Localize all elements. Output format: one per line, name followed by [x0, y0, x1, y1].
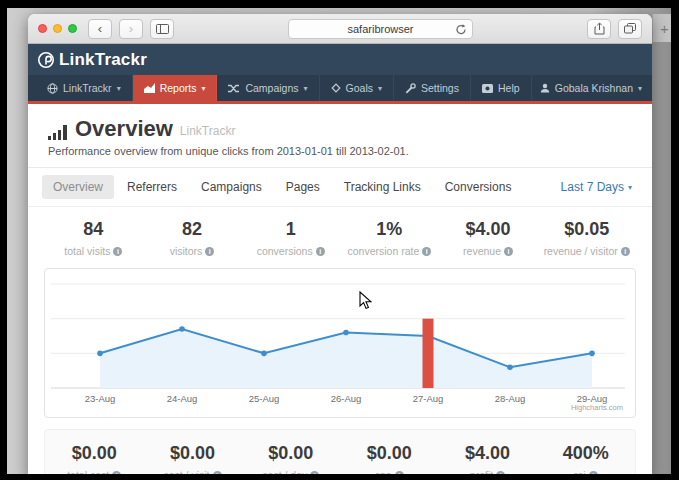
stat-label: cpai	[340, 469, 438, 474]
info-icon[interactable]: i	[589, 471, 598, 475]
browser-titlebar: ‹ › safaribrowser	[28, 14, 652, 44]
sidebar-toggle-button[interactable]	[150, 19, 174, 39]
stat-label-text: conversion rate	[347, 245, 419, 257]
nav-item-settings[interactable]: Settings	[394, 75, 471, 101]
chevron-down-icon: ▾	[304, 84, 308, 93]
new-tab-button[interactable]: +	[652, 14, 671, 42]
reload-icon[interactable]	[455, 23, 467, 36]
tab-pages[interactable]: Pages	[275, 175, 331, 199]
info-icon[interactable]: i	[422, 247, 431, 256]
page-header: Overview LinkTrackr Performance overview…	[28, 104, 652, 168]
tab-overview[interactable]: Overview	[42, 175, 114, 199]
stat-label-text: roi	[574, 469, 586, 474]
wrench-icon	[405, 83, 416, 94]
stat-label: conversionsi	[241, 245, 340, 257]
highcharts-credit: Highcharts.com	[571, 403, 623, 412]
main-nav-items: LinkTrackr▾Reports▾Campaigns▾Goals▾Setti…	[36, 75, 532, 101]
share-button[interactable]	[587, 19, 611, 39]
x-axis-label: 24-Aug	[167, 393, 198, 404]
data-point-26-aug[interactable]	[343, 330, 349, 336]
user-menu[interactable]: Gobala Krishnan ▾	[540, 75, 642, 101]
chart-panel[interactable]: 23-Aug24-Aug25-Aug26-Aug27-Aug28-Aug29-A…	[44, 268, 636, 418]
tab-tracking-links[interactable]: Tracking Links	[333, 175, 432, 199]
info-icon[interactable]: i	[395, 471, 404, 475]
stat-label-text: total visits	[64, 245, 110, 257]
zoom-window-button[interactable]	[68, 24, 77, 33]
stat-total-cost: $0.00total costi	[45, 443, 143, 474]
show-all-tabs-button[interactable]	[618, 19, 642, 39]
stat-label: cost / dayi	[242, 469, 340, 474]
data-point-28-aug[interactable]	[507, 364, 513, 370]
stat-label-text: profit	[470, 469, 493, 474]
highlight-column-27-aug[interactable]	[423, 319, 434, 388]
info-icon[interactable]: i	[316, 247, 325, 256]
nav-item-label: Help	[498, 82, 520, 94]
stat-roi: 400%roii	[537, 443, 635, 474]
stats-row-bottom: $0.00total costi$0.00cost / visiti$0.00c…	[44, 429, 636, 474]
info-icon[interactable]: i	[504, 247, 513, 256]
info-icon[interactable]: i	[112, 471, 121, 475]
info-icon[interactable]: i	[310, 471, 319, 475]
data-point-23-aug[interactable]	[97, 351, 103, 357]
mouse-cursor	[359, 291, 372, 310]
stat-label: visitorsi	[143, 245, 242, 257]
page-subtitle: Performance overview from unique clicks …	[48, 145, 632, 157]
stat-value: $4.00	[439, 219, 538, 240]
user-menu-label: Gobala Krishnan	[555, 82, 633, 94]
forward-button[interactable]: ›	[119, 19, 143, 39]
chevron-down-icon: ▾	[638, 84, 642, 93]
linktrackr-logo-icon	[37, 51, 55, 69]
nav-item-reports[interactable]: Reports▾	[133, 75, 218, 101]
data-point-24-aug[interactable]	[179, 326, 185, 332]
nav-item-campaigns[interactable]: Campaigns▾	[217, 75, 319, 101]
desktop-background: + ‹ › safaribrowser	[7, 8, 671, 474]
stat-profit: $4.00profiti	[438, 443, 536, 474]
data-point-25-aug[interactable]	[261, 351, 267, 357]
stat-value: 84	[44, 219, 143, 240]
info-icon[interactable]: i	[496, 471, 505, 475]
stat-value: $0.00	[242, 443, 340, 464]
stat-label-text: total cost	[67, 469, 109, 474]
stat-cpa: $0.00cpai	[340, 443, 438, 474]
stat-label: roii	[537, 469, 635, 474]
info-icon[interactable]: i	[205, 247, 214, 256]
data-point-29-aug[interactable]	[589, 351, 595, 357]
report-tabs-items: OverviewReferrersCampaignsPagesTracking …	[42, 175, 522, 199]
stat-value: 400%	[537, 443, 635, 464]
stat-value: $0.00	[340, 443, 438, 464]
stat-label-text: revenue	[463, 245, 501, 257]
nav-item-linktrackr[interactable]: LinkTrackr▾	[36, 75, 133, 101]
info-icon[interactable]: i	[213, 471, 222, 475]
app-logo[interactable]: LinkTrackr	[37, 50, 147, 70]
info-icon[interactable]: i	[113, 247, 122, 256]
window-controls	[38, 24, 77, 33]
shuffle-icon	[228, 84, 240, 93]
tab-campaigns[interactable]: Campaigns	[190, 175, 273, 199]
address-bar[interactable]: safaribrowser	[288, 19, 472, 39]
stat-conversion-rate: 1%conversion ratei	[340, 219, 439, 257]
stat-value: 82	[143, 219, 242, 240]
browser-window: ‹ › safaribrowser	[28, 14, 652, 474]
app-logo-text: LinkTrackr	[59, 50, 147, 70]
nav-item-help[interactable]: Help	[471, 75, 532, 101]
date-range-selector[interactable]: Last 7 Days ▾	[561, 180, 638, 194]
stat-value: $4.00	[438, 443, 536, 464]
x-axis-label: 28-Aug	[495, 393, 526, 404]
stat-revenue: $4.00revenuei	[439, 219, 538, 257]
tab-conversions[interactable]: Conversions	[434, 175, 523, 199]
nav-item-label: LinkTrackr	[63, 82, 112, 94]
info-icon[interactable]: i	[621, 247, 630, 256]
chevron-down-icon: ▾	[201, 84, 205, 93]
stat-value: 1%	[340, 219, 439, 240]
close-window-button[interactable]	[38, 24, 47, 33]
nav-item-goals[interactable]: Goals▾	[320, 75, 394, 101]
back-button[interactable]: ‹	[88, 19, 112, 39]
stat-label-text: revenue / visitor	[544, 245, 618, 257]
stats-row-top: 84total visitsi82visitorsi1conversionsi1…	[28, 207, 652, 265]
sidebar-icon	[156, 24, 169, 34]
tab-referrers[interactable]: Referrers	[116, 175, 188, 199]
performance-chart: 23-Aug24-Aug25-Aug26-Aug27-Aug28-Aug29-A…	[45, 269, 631, 415]
stat-revenue-visitor: $0.05revenue / visitori	[537, 219, 636, 257]
minimize-window-button[interactable]	[53, 24, 62, 33]
help-icon	[482, 84, 493, 93]
